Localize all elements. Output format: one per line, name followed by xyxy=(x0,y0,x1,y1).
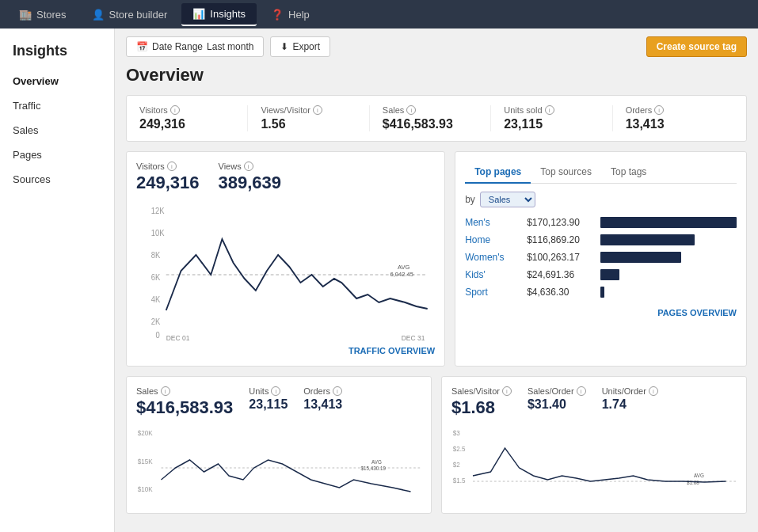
export-button[interactable]: ⬇ Export xyxy=(270,36,330,57)
sidebar-item-traffic[interactable]: Traffic xyxy=(0,93,114,118)
units-order-info-icon[interactable]: i xyxy=(649,386,658,396)
units-order-metric: Units/Order i 1.74 xyxy=(602,386,658,418)
svg-text:10K: 10K xyxy=(151,229,165,238)
page-value-kids: $24,691.36 xyxy=(527,269,594,280)
svg-text:$15K: $15K xyxy=(138,458,153,466)
stat-units-sold: Units sold i 23,115 xyxy=(491,105,612,131)
page-name-womens[interactable]: Women's xyxy=(465,252,520,263)
export-label: Export xyxy=(292,41,320,52)
ratio-chart-area: $3 $2.5 $2 $1.5 AVG $1.68 xyxy=(451,424,737,504)
tab-top-tags[interactable]: Top tags xyxy=(601,162,656,184)
stat-visitors: Visitors i 249,316 xyxy=(139,105,248,131)
page-bar-container-mens xyxy=(600,217,737,228)
tab-top-sources[interactable]: Top sources xyxy=(531,162,601,184)
store-builder-icon: 👤 xyxy=(92,9,105,21)
chart-header: Visitors i 249,316 Views i 389,639 xyxy=(136,162,435,193)
nav-item-insights[interactable]: 📊 Insights xyxy=(181,3,257,26)
sales-visitor-value: $1.68 xyxy=(451,397,512,418)
orders-metric: Orders i 13,413 xyxy=(303,386,342,418)
views-visitor-value: 1.56 xyxy=(261,117,356,131)
main-layout: Insights Overview Traffic Sales Pages So… xyxy=(0,28,758,532)
stat-orders: Orders i 13,413 xyxy=(613,105,733,131)
date-range-value: Last month xyxy=(207,41,253,52)
charts-row: Visitors i 249,316 Views i 389,639 xyxy=(126,151,747,367)
export-icon: ⬇ xyxy=(280,41,288,52)
visitors-chart-value: 249,316 xyxy=(136,173,200,193)
svg-text:AVG: AVG xyxy=(398,264,409,271)
sales-metric: Sales i $416,583.93 xyxy=(136,386,233,418)
ratio-chart-card: Sales/Visitor i $1.68 Sales/Order i $31.… xyxy=(441,376,747,514)
top-pages-footer: PAGES OVERVIEW xyxy=(465,307,737,318)
sidebar-item-sales[interactable]: Sales xyxy=(0,118,114,142)
orders-info-icon[interactable]: i xyxy=(654,105,664,115)
sidebar-item-sources[interactable]: Sources xyxy=(0,167,114,192)
stores-icon: 🏬 xyxy=(19,9,32,21)
toolbar-right: Create source tag xyxy=(646,36,747,57)
sidebar-title: Insights xyxy=(0,36,114,69)
svg-text:6,042.45: 6,042.45 xyxy=(390,271,413,278)
svg-text:12K: 12K xyxy=(151,207,165,215)
svg-text:$3: $3 xyxy=(453,429,460,438)
page-name-kids[interactable]: Kids' xyxy=(465,269,520,280)
views-chart-value: 389,639 xyxy=(219,173,282,193)
toolbar: 📅 Date Range Last month ⬇ Export Create … xyxy=(126,36,747,57)
page-name-sport[interactable]: Sport xyxy=(465,287,520,298)
units-sold-value: 23,115 xyxy=(504,117,599,131)
units-info-icon[interactable]: i xyxy=(545,105,554,115)
svg-text:DEC 01: DEC 01 xyxy=(166,334,190,342)
page-value-mens: $170,123.90 xyxy=(527,217,594,228)
sales-order-info-icon[interactable]: i xyxy=(577,386,586,396)
page-name-mens[interactable]: Men's xyxy=(465,217,520,228)
pages-overview-link[interactable]: PAGES OVERVIEW xyxy=(657,308,737,317)
views-chart-info-icon[interactable]: i xyxy=(244,162,253,171)
visitors-info-icon[interactable]: i xyxy=(170,105,180,115)
svg-text:$1.5: $1.5 xyxy=(453,477,466,485)
visitors-value: 249,316 xyxy=(139,117,234,131)
page-bar-sport xyxy=(600,287,604,298)
svg-text:$10K: $10K xyxy=(138,485,153,494)
sidebar-item-overview[interactable]: Overview xyxy=(0,69,114,93)
ratio-chart-header: Sales/Visitor i $1.68 Sales/Order i $31.… xyxy=(451,386,737,418)
sales-visitor-info-icon[interactable]: i xyxy=(502,386,512,396)
content-area: 📅 Date Range Last month ⬇ Export Create … xyxy=(115,28,758,532)
sidebar-item-pages[interactable]: Pages xyxy=(0,142,114,167)
units-chart-info-icon[interactable]: i xyxy=(271,386,280,396)
page-bar-container-home xyxy=(600,234,737,245)
sales-chart-header: Sales i $416,583.93 Units i 23,115 xyxy=(136,386,421,418)
nav-item-store-builder[interactable]: 👤 Store builder xyxy=(81,4,179,25)
svg-text:$20K: $20K xyxy=(138,429,153,438)
sales-chart-area: $20K $15K $10K AVG $15,430.19 xyxy=(136,424,421,504)
date-range-button[interactable]: 📅 Date Range Last month xyxy=(126,36,264,57)
traffic-overview-link[interactable]: TRAFFIC OVERVIEW xyxy=(349,346,435,355)
sales-value: $416,583.93 xyxy=(383,117,478,131)
tabs-header: Top pages Top sources Top tags xyxy=(465,162,737,184)
page-bar-container-womens xyxy=(600,252,737,263)
toolbar-left: 📅 Date Range Last month ⬇ Export xyxy=(126,36,330,57)
page-row-mens: Men's $170,123.90 xyxy=(465,214,737,231)
sidebar: Insights Overview Traffic Sales Pages So… xyxy=(0,28,115,532)
sales-chart-info-icon[interactable]: i xyxy=(161,386,170,396)
views-visitor-info-icon[interactable]: i xyxy=(313,105,322,115)
svg-text:$15,430.19: $15,430.19 xyxy=(361,466,387,471)
by-select[interactable]: Sales Visitors Views xyxy=(480,192,535,207)
page-bar-mens xyxy=(600,217,737,228)
sales-chart-card: Sales i $416,583.93 Units i 23,115 xyxy=(126,376,432,514)
page-name-home[interactable]: Home xyxy=(465,234,520,245)
stat-views-visitor: Views/Visitor i 1.56 xyxy=(248,105,369,131)
date-range-label: Date Range xyxy=(152,41,203,52)
visitors-chart-card: Visitors i 249,316 Views i 389,639 xyxy=(126,151,445,367)
nav-item-help[interactable]: ❓ Help xyxy=(260,4,321,25)
sales-info-icon[interactable]: i xyxy=(406,105,416,115)
visitors-chart-info-icon[interactable]: i xyxy=(167,162,177,171)
create-source-tag-button[interactable]: Create source tag xyxy=(646,36,747,57)
units-metric: Units i 23,115 xyxy=(249,386,288,418)
page-row-sport: Sport $4,636.30 xyxy=(465,283,737,301)
tab-top-pages[interactable]: Top pages xyxy=(465,162,531,184)
orders-chart-info-icon[interactable]: i xyxy=(333,386,342,396)
page-value-sport: $4,636.30 xyxy=(527,287,594,298)
chart-footer: TRAFFIC OVERVIEW xyxy=(136,345,435,356)
stats-bar: Visitors i 249,316 Views/Visitor i 1.56 … xyxy=(126,95,747,142)
page-row-kids: Kids' $24,691.36 xyxy=(465,266,737,283)
nav-item-stores[interactable]: 🏬 Stores xyxy=(8,4,78,25)
visitors-metric: Visitors i 249,316 xyxy=(136,162,200,193)
